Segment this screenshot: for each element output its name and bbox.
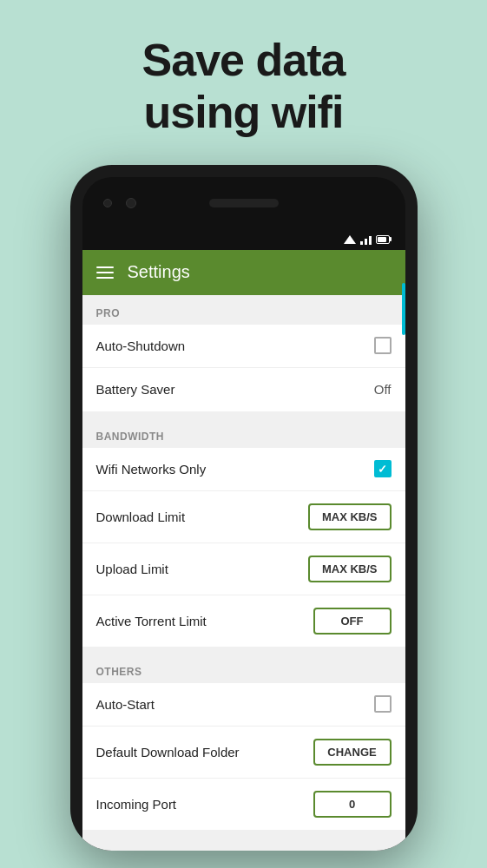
section-header-pro: PRO <box>82 295 405 325</box>
settings-group-pro: Auto-Shutdown Battery Saver Off <box>82 325 405 411</box>
upload-limit-label: Upload Limit <box>96 562 168 576</box>
settings-group-bandwidth: Wifi Networks Only Download Limit MAX KB… <box>82 448 405 647</box>
battery-saver-value: Off <box>374 382 392 397</box>
battery-fill <box>378 237 386 242</box>
hamburger-line-2 <box>96 272 114 273</box>
phone-wrapper: Settings PRO Auto-Shutdown Battery Saver… <box>0 165 487 851</box>
active-torrent-limit-label: Active Torrent Limit <box>96 614 207 628</box>
divider-1 <box>82 411 405 418</box>
hero-section: Save data using wifi <box>0 0 487 165</box>
camera-area <box>103 198 136 208</box>
setting-row-download-limit: Download Limit MAX KB/S <box>82 491 405 543</box>
phone-device: Settings PRO Auto-Shutdown Battery Saver… <box>70 165 418 851</box>
setting-row-auto-start: Auto-Start <box>82 683 405 727</box>
wifi-icon <box>344 235 356 244</box>
app-bar: Settings <box>82 250 405 295</box>
setting-row-active-torrent-limit: Active Torrent Limit OFF <box>82 595 405 647</box>
wifi-networks-only-label: Wifi Networks Only <box>96 462 207 477</box>
battery-tip <box>390 237 392 241</box>
camera-dot-1 <box>103 199 112 207</box>
hero-line1: Save data <box>142 35 346 85</box>
phone-top-bar <box>82 177 405 229</box>
wifi-networks-only-checkbox[interactable] <box>374 460 392 477</box>
signal-bar-2 <box>365 239 367 245</box>
battery-icon <box>376 235 392 244</box>
app-bar-title: Settings <box>128 262 190 282</box>
active-torrent-limit-button[interactable]: OFF <box>313 608 392 635</box>
auto-shutdown-checkbox[interactable] <box>374 337 392 354</box>
setting-row-upload-limit: Upload Limit MAX KB/S <box>82 543 405 595</box>
scroll-indicator[interactable] <box>402 283 405 335</box>
hamburger-line-3 <box>96 277 114 279</box>
battery-body <box>376 235 390 244</box>
settings-group-others: Auto-Start Default Download Folder CHANG… <box>82 683 405 830</box>
section-header-bandwidth: BANDWIDTH <box>82 418 405 448</box>
incoming-port-button[interactable]: 0 <box>313 791 392 818</box>
setting-row-wifi-networks-only: Wifi Networks Only <box>82 448 405 491</box>
default-download-folder-label: Default Download Folder <box>96 745 240 760</box>
signal-bar-1 <box>360 241 363 245</box>
divider-2 <box>82 647 405 654</box>
signal-bar-3 <box>369 236 372 245</box>
hero-line2: using wifi <box>144 87 344 137</box>
status-icons <box>344 234 392 245</box>
setting-row-battery-saver: Battery Saver Off <box>82 368 405 411</box>
signal-icon <box>360 234 372 245</box>
hamburger-line-1 <box>96 266 114 268</box>
hamburger-menu[interactable] <box>96 266 114 279</box>
camera-dot-2 <box>126 198 136 208</box>
settings-content: PRO Auto-Shutdown Battery Saver Off BAND… <box>82 295 405 851</box>
auto-shutdown-label: Auto-Shutdown <box>96 339 186 353</box>
status-bar <box>82 229 405 250</box>
incoming-port-label: Incoming Port <box>96 797 177 812</box>
default-download-folder-button[interactable]: CHANGE <box>313 739 392 766</box>
upload-limit-button[interactable]: MAX KB/S <box>308 556 392 582</box>
setting-row-auto-shutdown: Auto-Shutdown <box>82 325 405 368</box>
battery-saver-label: Battery Saver <box>96 382 175 397</box>
auto-start-label: Auto-Start <box>96 697 155 712</box>
section-header-others: OTHERS <box>82 654 405 683</box>
auto-start-checkbox[interactable] <box>374 695 392 713</box>
download-limit-label: Download Limit <box>96 510 186 524</box>
setting-row-default-download-folder: Default Download Folder CHANGE <box>82 727 405 779</box>
speaker <box>209 199 279 207</box>
download-limit-button[interactable]: MAX KB/S <box>308 503 392 530</box>
setting-row-incoming-port: Incoming Port 0 <box>82 779 405 830</box>
